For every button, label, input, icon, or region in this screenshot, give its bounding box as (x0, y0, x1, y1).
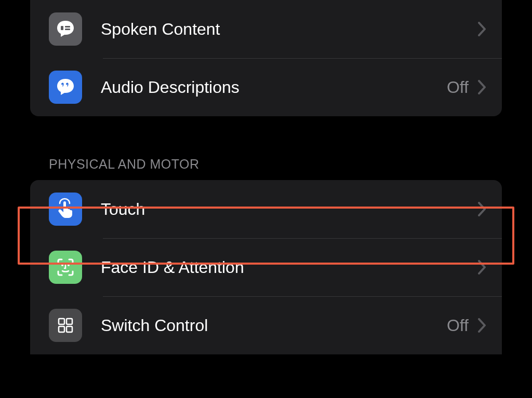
pointing-hand-icon (49, 193, 82, 226)
grid-squares-icon (49, 309, 82, 342)
group-header-physical-motor: PHYSICAL AND MOTOR (49, 157, 532, 172)
row-value: Off (447, 316, 469, 335)
settings-group-1: Spoken Content Audio Descriptions Off (30, 0, 502, 116)
chevron-right-icon (478, 318, 486, 333)
row-switch-control[interactable]: Switch Control Off (30, 296, 502, 354)
row-label: Switch Control (101, 316, 447, 335)
quote-bubble-icon (49, 71, 82, 104)
chevron-right-icon (478, 80, 486, 94)
row-audio-descriptions[interactable]: Audio Descriptions Off (30, 58, 502, 116)
chevron-right-icon (478, 260, 486, 275)
settings-group-2: Touch Face ID & Attention (30, 180, 502, 354)
svg-rect-2 (65, 29, 70, 30)
row-label: Audio Descriptions (101, 78, 447, 97)
row-touch[interactable]: Touch (30, 180, 502, 238)
row-label: Spoken Content (101, 20, 478, 39)
speech-bubble-icon (49, 12, 82, 46)
svg-rect-8 (66, 326, 72, 332)
svg-rect-1 (65, 26, 70, 28)
face-id-icon (49, 251, 82, 284)
svg-point-3 (61, 264, 63, 266)
svg-rect-6 (66, 319, 72, 324)
row-value: Off (447, 78, 469, 97)
svg-rect-7 (59, 326, 64, 332)
svg-rect-5 (59, 319, 64, 324)
row-face-id-attention[interactable]: Face ID & Attention (30, 238, 502, 296)
chevron-right-icon (478, 202, 486, 216)
row-label: Touch (101, 200, 478, 219)
row-spoken-content[interactable]: Spoken Content (30, 0, 502, 58)
row-label: Face ID & Attention (101, 258, 478, 277)
svg-rect-0 (61, 26, 63, 30)
svg-point-4 (68, 264, 70, 266)
chevron-right-icon (478, 22, 486, 36)
